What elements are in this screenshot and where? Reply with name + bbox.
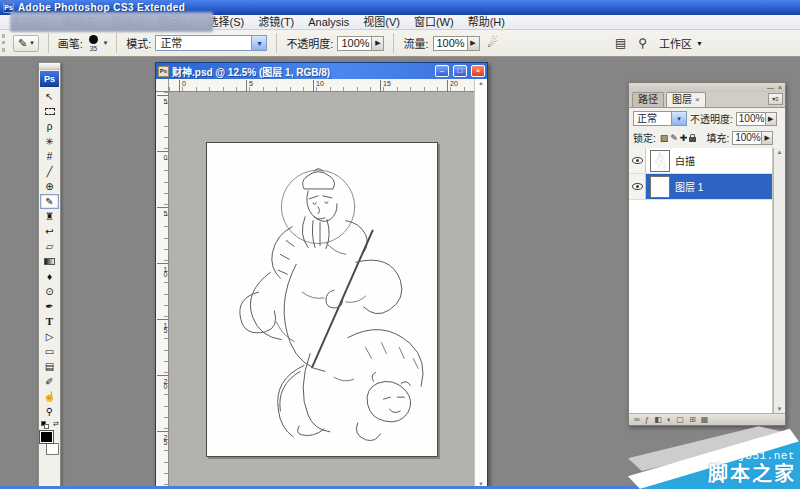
zoom-tool[interactable]: ⚲ — [40, 404, 59, 419]
eyedropper-icon: ✐ — [45, 377, 53, 387]
move-tool[interactable]: ↖ — [40, 89, 59, 104]
link-layers-icon[interactable]: ∞ — [634, 416, 640, 424]
canvas-page[interactable] — [206, 142, 438, 457]
menu-item[interactable]: Analysis — [301, 15, 356, 30]
menu-item[interactable]: 视图(V) — [356, 15, 407, 30]
gradient-tool[interactable] — [40, 254, 59, 269]
slider-arrow-icon[interactable]: ▶ — [467, 37, 479, 50]
canvas-artwork — [651, 151, 669, 171]
scroll-down-icon[interactable]: ▼ — [777, 406, 783, 412]
ruler-h-label: 20 — [447, 80, 458, 92]
background-color-swatch[interactable] — [46, 443, 59, 455]
document-title: 财神.psd @ 12.5% (图层 1, RGB/8) — [172, 64, 431, 79]
layer-row[interactable]: 图层 1 — [629, 174, 772, 200]
layer-mask-icon[interactable]: ◧ — [654, 416, 662, 424]
menu-item[interactable]: 滤镜(T) — [251, 15, 301, 30]
airbrush-toggle[interactable]: ☄ — [488, 36, 499, 50]
scroll-up-icon[interactable]: ▲ — [478, 80, 484, 86]
panel-menu-button[interactable]: ▾≡ — [768, 93, 783, 105]
lock-position-icon[interactable]: ✚ — [680, 133, 688, 143]
brush-tip-icon — [89, 35, 98, 44]
slider-arrow-icon[interactable]: ▶ — [761, 132, 772, 144]
tab-layers[interactable]: 图层 × — [666, 92, 706, 107]
blur-tool[interactable]: ♦ — [40, 269, 59, 284]
panel-close-button[interactable]: × — [778, 84, 782, 91]
delete-layer-icon[interactable]: ▦ — [701, 416, 709, 424]
lock-all-icon[interactable] — [689, 137, 696, 142]
visibility-toggle[interactable] — [629, 174, 646, 199]
lock-image-icon[interactable]: ✎ — [670, 133, 678, 143]
eye-icon — [632, 157, 643, 164]
adjustment-layer-icon[interactable]: ◐ — [667, 416, 672, 424]
type-tool[interactable]: T — [40, 314, 59, 329]
bridge-icon[interactable]: ⚲ — [638, 36, 647, 50]
canvas-area[interactable] — [170, 93, 474, 488]
foreground-color-swatch[interactable] — [40, 431, 53, 443]
flow-field[interactable]: 100% ▶ — [433, 36, 480, 51]
brush-tool[interactable]: ✎ — [40, 194, 59, 209]
blend-mode-select[interactable]: 正常 ▼ — [155, 35, 267, 51]
clone-stamp-tool[interactable]: ♜ — [40, 209, 59, 224]
close-button[interactable]: × — [471, 65, 485, 77]
options-bar-grip — [2, 34, 7, 52]
ruler-corner — [156, 79, 169, 92]
layer-blend-mode-select[interactable]: 正常 ▾ — [633, 111, 687, 126]
layer-thumbnail — [650, 150, 670, 172]
rectangular-marquee-tool[interactable] — [40, 104, 59, 119]
chevron-down-icon[interactable]: ▾ — [104, 39, 108, 47]
clone-stamp-icon: ♜ — [45, 212, 54, 222]
divider — [276, 33, 277, 53]
magic-wand-tool[interactable]: ✳ — [40, 134, 59, 149]
layer-style-icon[interactable]: ƒ — [645, 416, 649, 424]
eyedropper-tool[interactable]: ✐ — [40, 374, 59, 389]
scroll-up-icon[interactable]: ▲ — [777, 149, 783, 155]
shape-tool[interactable]: ▭ — [40, 344, 59, 359]
workspace-menu[interactable]: 工作区 ▼ — [659, 35, 703, 51]
healing-brush-tool[interactable]: ⊕ — [40, 179, 59, 194]
menu-item[interactable]: 帮助(H) — [461, 15, 512, 30]
lock-icons: ▨✎✚ — [659, 133, 698, 143]
layer-group-icon[interactable]: ▢ — [677, 416, 685, 424]
document-scrollbar[interactable]: ▲ ▼ — [474, 79, 487, 488]
brush-preset-picker[interactable]: 35 — [89, 35, 98, 52]
layer-fill-field[interactable]: 100% ▶ — [732, 131, 773, 145]
history-brush-tool[interactable]: ↩ — [40, 224, 59, 239]
tab-close-icon[interactable]: × — [695, 94, 700, 106]
canvas-artwork — [207, 143, 437, 456]
menu-item[interactable]: 窗口(W) — [407, 15, 461, 30]
layer-thumbnail — [650, 176, 670, 198]
layer-row[interactable]: 白描 — [629, 148, 772, 174]
visibility-toggle[interactable] — [629, 148, 646, 173]
document-title-bar[interactable]: Ps 财神.psd @ 12.5% (图层 1, RGB/8) – □ × — [156, 63, 487, 79]
slice-tool[interactable]: ╱ — [40, 164, 59, 179]
layer-opacity-field[interactable]: 100% ▶ — [736, 112, 777, 126]
slider-arrow-icon[interactable]: ▶ — [765, 113, 776, 125]
crop-tool[interactable]: # — [40, 149, 59, 164]
new-layer-icon[interactable]: ⊞ — [689, 416, 696, 424]
chevron-down-icon[interactable]: ▼ — [251, 36, 266, 50]
hand-tool[interactable]: ☝ — [40, 389, 59, 404]
toolbox-grip[interactable] — [39, 63, 60, 70]
tab-paths[interactable]: 路径 — [632, 92, 664, 107]
chevron-down-icon[interactable]: ▾ — [671, 112, 686, 125]
hand-icon: ☝ — [43, 392, 55, 402]
panel-minimize-button[interactable]: — — [767, 84, 774, 91]
watermark-name: 脚本之家 — [708, 458, 796, 487]
minimize-button[interactable]: – — [435, 65, 449, 77]
slider-arrow-icon[interactable]: ▶ — [371, 37, 383, 50]
dodge-tool[interactable]: ⊙ — [40, 284, 59, 299]
eraser-tool[interactable]: ▱ — [40, 239, 59, 254]
blend-mode-value: 正常 — [634, 112, 671, 125]
opacity-field[interactable]: 100% ▶ — [337, 36, 384, 51]
panel-title-bar[interactable]: — × — [629, 83, 785, 92]
panel-scrollbar[interactable]: ▲ ▼ — [773, 148, 785, 413]
lasso-tool[interactable]: ρ — [40, 119, 59, 134]
pen-tool[interactable]: ✒ — [40, 299, 59, 314]
current-tool-button[interactable]: ✎ ▾ — [13, 35, 39, 52]
notes-tool[interactable]: ▤ — [40, 359, 59, 374]
maximize-button[interactable]: □ — [453, 65, 467, 77]
path-selection-tool[interactable]: ▷ — [40, 329, 59, 344]
palettes-icon[interactable]: ▤ — [615, 36, 626, 50]
switch-colors-icon[interactable]: ⇄ — [53, 420, 59, 428]
lock-transparency-icon[interactable]: ▨ — [660, 133, 669, 143]
